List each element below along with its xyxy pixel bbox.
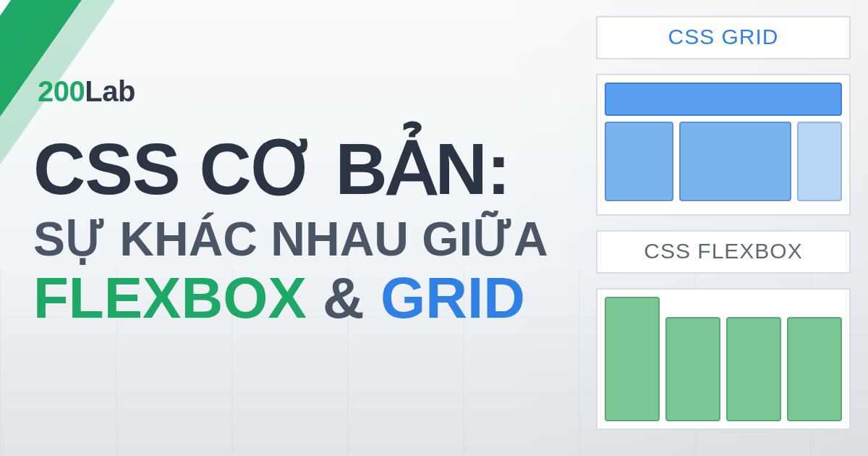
headline-line-3: FLEXBOX & GRID [33, 268, 590, 329]
grid-cell-right [797, 122, 842, 201]
headline-line-2: SỰ KHÁC NHAU GIỮA [33, 214, 590, 265]
grid-label: CSS GRID [596, 16, 851, 59]
flexbox-diagram [596, 288, 851, 430]
headline: CSS CƠ BẢN: SỰ KHÁC NHAU GIỮA FLEXBOX & … [33, 130, 590, 329]
headline-line-1: CSS CƠ BẢN: [33, 130, 590, 207]
grid-cell-left [605, 122, 673, 201]
keyword-grid: GRID [380, 266, 525, 330]
grid-diagram [596, 74, 851, 216]
flex-item-3 [726, 317, 781, 421]
flex-item-2 [665, 317, 720, 421]
flex-item-1 [605, 297, 660, 421]
brand-text: Lab [85, 75, 135, 107]
brand-number: 200 [38, 75, 85, 107]
brand-logo: 200Lab [38, 75, 135, 108]
flexbox-label: CSS FLEXBOX [596, 230, 851, 274]
ampersand: & [323, 266, 365, 330]
keyword-flexbox: FLEXBOX [33, 266, 307, 330]
grid-cell-main [679, 122, 791, 201]
flex-item-4 [787, 317, 842, 421]
right-column: CSS GRID CSS FLEXBOX [596, 16, 851, 430]
grid-cell-header [605, 83, 842, 116]
